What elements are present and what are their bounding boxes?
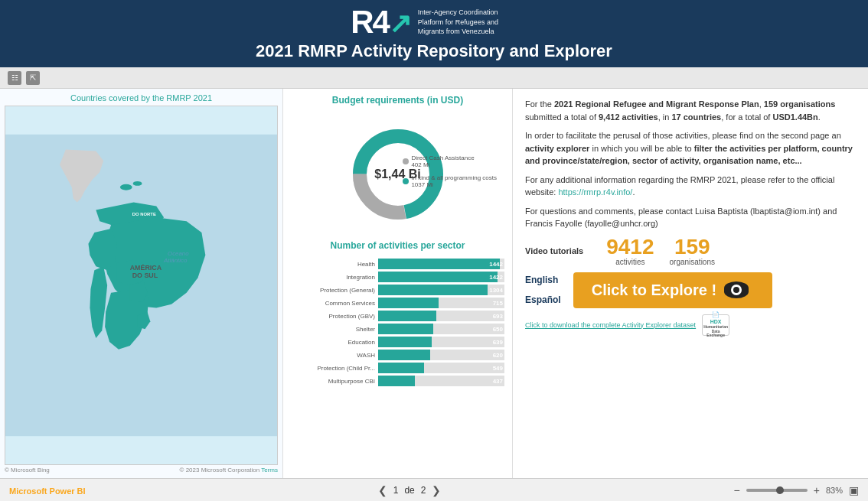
zoom-value: 83% — [826, 486, 843, 495]
bar-track: 620 — [378, 350, 504, 360]
bar-fill — [378, 272, 498, 282]
rmrp-link[interactable]: https://rmrp.r4v.info/ — [558, 187, 632, 197]
explore-button[interactable]: Click to Explore ! — [573, 272, 772, 308]
bar-value: 693 — [493, 311, 503, 321]
bar-track: 549 — [378, 363, 504, 373]
page-separator: de — [404, 485, 414, 496]
bar-label: Common Services — [291, 300, 375, 307]
expand-icon[interactable]: ⇱ — [26, 71, 40, 85]
bar-value: 1442 — [489, 259, 503, 269]
activities-title: Number of activities per sector — [291, 240, 504, 251]
powerbi-link[interactable]: Microsoft Power BI — [9, 486, 86, 496]
bar-track: 693 — [378, 311, 504, 321]
bar-label: Integration — [291, 274, 375, 281]
bar-row: Health 1442 — [291, 259, 504, 269]
powerbi-link-area[interactable]: Microsoft Power BI — [9, 483, 86, 497]
description-p2: In order to facilitate the perusal of th… — [525, 129, 856, 168]
bar-row: Integration 1422 — [291, 272, 504, 282]
espanol-link[interactable]: Español — [525, 294, 561, 305]
bar-value: 549 — [493, 363, 503, 373]
page-title: 2021 RMRP Activity Repository and Explor… — [15, 41, 853, 61]
legend-inkind-label: In kind & all programming costs — [411, 174, 497, 181]
logo-r4v: R4↗ — [351, 6, 410, 38]
orgs-label: organisations — [670, 258, 715, 266]
bar-fill — [378, 298, 439, 308]
bar-value: 1304 — [489, 285, 503, 295]
header: R4↗ Inter-Agency Coordination Platform f… — [0, 0, 868, 67]
description-p3: For any additional information regarding… — [525, 174, 856, 199]
bar-fill — [378, 259, 500, 269]
svg-point-1 — [120, 184, 132, 190]
bar-track: 715 — [378, 298, 504, 308]
bar-value: 650 — [493, 324, 503, 334]
bar-row: Common Services 715 — [291, 298, 504, 308]
bar-fill — [378, 363, 424, 373]
bar-row: Protection (Child Pr... 549 — [291, 363, 504, 373]
bar-value: 639 — [493, 337, 503, 347]
next-page-button[interactable]: ❯ — [432, 484, 441, 496]
prev-page-button[interactable]: ❮ — [378, 484, 387, 496]
zoom-slider[interactable] — [746, 489, 808, 492]
description-p1: For the 2021 Regional Refugee and Migran… — [525, 98, 856, 123]
map-footer: © Microsoft Bing © 2023 Microsoft Corpor… — [5, 467, 278, 473]
hdx-download-link[interactable]: Click to download the complete Activity … — [525, 321, 696, 329]
svg-text:DO SUL: DO SUL — [132, 272, 158, 279]
budget-donut: $1,44 Bi Direct Cash Assistance 402 Mi I… — [291, 113, 504, 236]
right-panel: For the 2021 Regional Refugee and Migran… — [513, 89, 868, 478]
bar-track: 650 — [378, 324, 504, 334]
svg-text:Oceano: Oceano — [168, 250, 189, 257]
bar-label: WASH — [291, 352, 375, 359]
bar-fill — [378, 285, 488, 295]
legend-direct-value: 402 Mi — [411, 161, 474, 168]
bar-fill — [378, 350, 430, 360]
bar-fill — [378, 324, 433, 334]
zoom-in-button[interactable]: + — [814, 484, 820, 496]
bar-label: Multipurpose CBI — [291, 378, 375, 385]
stat-orgs: 159 organisations — [670, 236, 715, 266]
donut-legend: Direct Cash Assistance 402 Mi In kind & … — [403, 155, 497, 194]
main-content: Countries covered by the RMRP 2021 — [0, 89, 868, 478]
stat-activities: 9412 activities — [606, 236, 654, 266]
zoom-controls: − + 83% ▣ — [734, 484, 859, 496]
bar-value: 437 — [493, 376, 503, 386]
english-link[interactable]: English — [525, 275, 561, 285]
description-p4: For questions and comments, please conta… — [525, 205, 856, 230]
bar-fill — [378, 376, 415, 386]
bar-fill — [378, 337, 432, 347]
bar-label: Health — [291, 261, 375, 268]
bar-track: 1422 — [378, 272, 504, 282]
bar-track: 1304 — [378, 285, 504, 295]
bar-row: Education 639 — [291, 337, 504, 347]
bar-value: 1422 — [489, 272, 503, 282]
eye-icon — [724, 281, 749, 298]
bar-label: Shelter — [291, 326, 375, 333]
svg-text:AMÉRICA: AMÉRICA — [130, 264, 162, 272]
map-credit-ms: © Microsoft Bing — [5, 467, 50, 473]
svg-point-2 — [133, 181, 142, 186]
page-current: 1 — [393, 485, 399, 496]
pagination: ❮ 1 de 2 ❯ — [378, 484, 442, 496]
fit-screen-icon[interactable]: ▣ — [849, 484, 859, 496]
map-area: DO NORTE Oceano Atlântico — [5, 106, 278, 465]
legend-direct-label: Direct Cash Assistance — [411, 155, 474, 161]
bar-chart: Health 1442 Integration 1422 Protection … — [291, 259, 504, 472]
map-terms-link[interactable]: Terms — [261, 467, 278, 473]
bar-track: 1442 — [378, 259, 504, 269]
bar-label: Protection (Child Pr... — [291, 365, 375, 372]
logo-tagline: Inter-Agency Coordination Platform for R… — [418, 8, 517, 37]
map-panel: Countries covered by the RMRP 2021 — [0, 89, 283, 478]
svg-text:DO NORTE: DO NORTE — [132, 212, 156, 216]
activities-label: activities — [606, 258, 654, 266]
hdx-logo: 📄 HDX HumanitarianData Exchange — [702, 314, 729, 336]
video-tutorials-label: Video tutorials — [525, 246, 583, 255]
legend-inkind-value: 1037 Mi — [411, 181, 497, 188]
reset-view-icon[interactable]: ☷ — [8, 71, 21, 85]
bar-track: 639 — [378, 337, 504, 347]
bar-row: WASH 620 — [291, 350, 504, 360]
budget-title: Budget requirements (in USD) — [291, 95, 504, 106]
activities-count: 9412 — [606, 236, 654, 258]
orgs-count: 159 — [670, 236, 715, 258]
page-total: 2 — [421, 485, 426, 496]
bar-row: Protection (GBV) 693 — [291, 311, 504, 321]
zoom-out-button[interactable]: − — [734, 484, 740, 496]
